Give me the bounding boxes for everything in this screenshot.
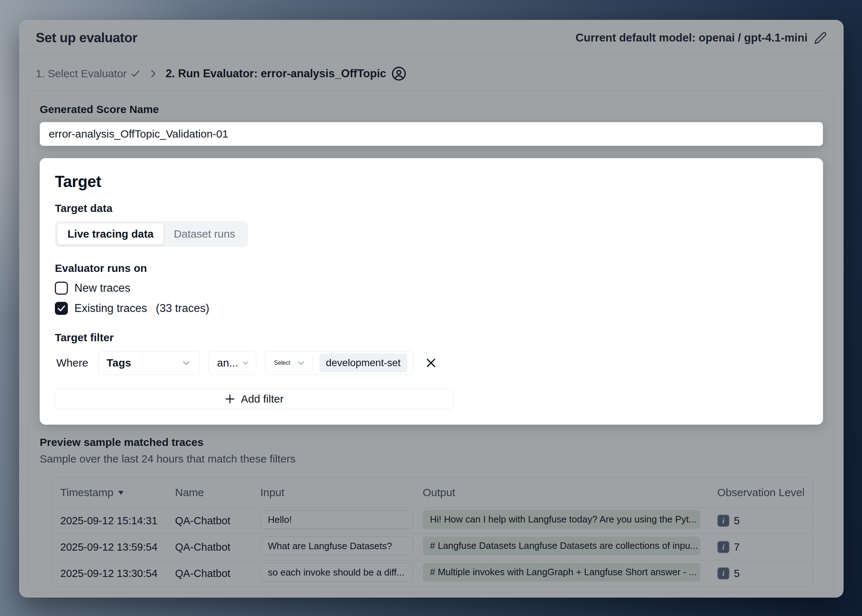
cell-timestamp: 2025-09-12 15:14:31 xyxy=(60,515,175,527)
output-chip[interactable]: Hi! How can I help with Langfuse today? … xyxy=(423,510,701,529)
add-filter-button[interactable]: Add filter xyxy=(55,388,453,409)
output-chip[interactable]: # Multiple invokes with LangGraph + Lang… xyxy=(423,563,701,582)
filter-where-label: Where xyxy=(55,357,89,369)
chevron-down-icon xyxy=(241,358,250,367)
column-header-observation-levels[interactable]: Observation Levels xyxy=(717,486,804,499)
input-chip[interactable]: Hello! xyxy=(260,510,413,529)
info-badge-icon: i xyxy=(717,515,730,527)
breadcrumb-step2-label: 2. Run Evaluator: error-analysis_OffTopi… xyxy=(166,67,386,80)
score-name-label: Generated Score Name xyxy=(40,103,823,116)
cell-observation-levels: i 5 xyxy=(717,515,804,527)
sort-desc-icon xyxy=(117,489,125,497)
observation-count: 5 xyxy=(734,515,740,527)
preview-section: Preview sample matched traces Sample ove… xyxy=(40,436,823,465)
new-traces-label: New traces xyxy=(74,282,130,295)
filter-value-group: Select development-set xyxy=(265,351,413,375)
target-card: Target Target data Live tracing data Dat… xyxy=(40,158,823,424)
filter-value-placeholder: Select xyxy=(274,360,290,366)
filter-row: Where Tags an... xyxy=(55,351,808,375)
cell-timestamp: 2025-09-12 13:59:54 xyxy=(60,541,175,553)
add-filter-label: Add filter xyxy=(241,393,283,405)
tab-dataset-runs[interactable]: Dataset runs xyxy=(163,223,245,244)
breadcrumb-step1-label: 1. Select Evaluator xyxy=(36,68,127,80)
breadcrumb-step-run-evaluator: 2. Run Evaluator: error-analysis_OffTopi… xyxy=(166,66,407,81)
default-model-label: Current default model: openai / gpt-4.1-… xyxy=(576,31,807,44)
filter-operator-value: an... xyxy=(217,357,238,369)
setup-evaluator-dialog: Set up evaluator Current default model: … xyxy=(19,20,843,597)
default-model-info: Current default model: openai / gpt-4.1-… xyxy=(576,31,827,44)
table-row[interactable]: 2025-09-12 15:14:31 QA-Chatbot Hello! Hi… xyxy=(52,507,813,534)
generated-score-name-input[interactable] xyxy=(40,122,823,146)
preview-subtitle: Sample over the last 24 hours that match… xyxy=(40,453,823,465)
target-title: Target xyxy=(55,173,808,191)
existing-traces-label: Existing traces xyxy=(74,302,147,315)
cell-timestamp: 2025-09-12 13:30:54 xyxy=(60,567,175,580)
column-header-timestamp[interactable]: Timestamp xyxy=(60,486,175,499)
target-filter-label: Target filter xyxy=(55,332,808,344)
target-data-tabs: Live tracing data Dataset runs xyxy=(55,221,248,247)
evaluator-runs-on-label: Evaluator runs on xyxy=(55,262,808,274)
chevron-down-icon xyxy=(296,358,306,368)
target-data-label: Target data xyxy=(55,202,808,214)
filter-value-select[interactable]: Select xyxy=(274,358,306,368)
matched-traces-table: Timestamp Name Input Output Observation … xyxy=(51,477,813,587)
selected-tag-pill[interactable]: development-set xyxy=(319,354,407,372)
observation-count: 5 xyxy=(734,567,740,580)
filter-operator-select[interactable]: an... xyxy=(209,351,256,375)
new-traces-checkbox[interactable] xyxy=(55,282,68,295)
observation-count: 7 xyxy=(734,541,740,553)
checkbox-row-existing-traces[interactable]: Existing traces (33 traces) xyxy=(55,302,808,315)
run-evaluator-form: Generated Score Name Target Target data … xyxy=(28,91,834,592)
close-icon xyxy=(425,357,437,369)
info-badge-icon: i xyxy=(717,541,730,553)
checkbox-row-new-traces[interactable]: New traces xyxy=(55,282,808,295)
cell-name: QA-Chatbot xyxy=(175,515,260,527)
filter-column-value: Tags xyxy=(107,357,131,369)
remove-filter-button[interactable] xyxy=(425,357,437,369)
breadcrumb-step-select-evaluator[interactable]: 1. Select Evaluator xyxy=(36,68,140,80)
breadcrumb: 1. Select Evaluator 2. Run Evaluator: er… xyxy=(19,56,843,91)
existing-traces-count: (33 traces) xyxy=(156,302,209,315)
column-header-name[interactable]: Name xyxy=(175,486,260,499)
tab-live-tracing-data[interactable]: Live tracing data xyxy=(57,223,163,244)
cell-name: QA-Chatbot xyxy=(175,541,260,553)
input-chip[interactable]: so each invoke should be a diff... xyxy=(260,563,413,582)
table-row[interactable]: 2025-09-12 13:59:54 QA-Chatbot What are … xyxy=(52,534,813,560)
cell-observation-levels: i 5 xyxy=(717,567,804,580)
pencil-icon xyxy=(814,31,827,44)
user-circle-icon xyxy=(391,66,407,81)
table-header-row: Timestamp Name Input Output Observation … xyxy=(52,478,813,507)
input-chip[interactable]: What are Langfuse Datasets? xyxy=(260,537,413,555)
page-title: Set up evaluator xyxy=(36,30,137,46)
cell-observation-levels: i 7 xyxy=(717,541,804,553)
check-icon xyxy=(57,304,66,313)
filter-column-select[interactable]: Tags xyxy=(98,351,200,375)
column-header-output[interactable]: Output xyxy=(423,486,717,499)
cell-name: QA-Chatbot xyxy=(175,567,260,580)
dialog-header: Set up evaluator Current default model: … xyxy=(19,20,843,56)
chevron-down-icon xyxy=(181,357,192,368)
edit-model-button[interactable] xyxy=(814,31,827,44)
existing-traces-checkbox[interactable] xyxy=(55,302,68,315)
table-row[interactable]: 2025-09-12 13:30:54 QA-Chatbot so each i… xyxy=(52,560,813,586)
value-group-divider xyxy=(312,356,313,370)
output-chip[interactable]: # Langfuse Datasets Langfuse Datasets ar… xyxy=(423,537,701,555)
info-badge-icon: i xyxy=(717,567,730,580)
timestamp-header-label: Timestamp xyxy=(60,486,113,499)
check-icon xyxy=(130,69,140,79)
plus-icon xyxy=(224,393,236,405)
column-header-input[interactable]: Input xyxy=(260,486,423,499)
chevron-right-icon xyxy=(148,68,159,79)
preview-title: Preview sample matched traces xyxy=(40,436,823,448)
